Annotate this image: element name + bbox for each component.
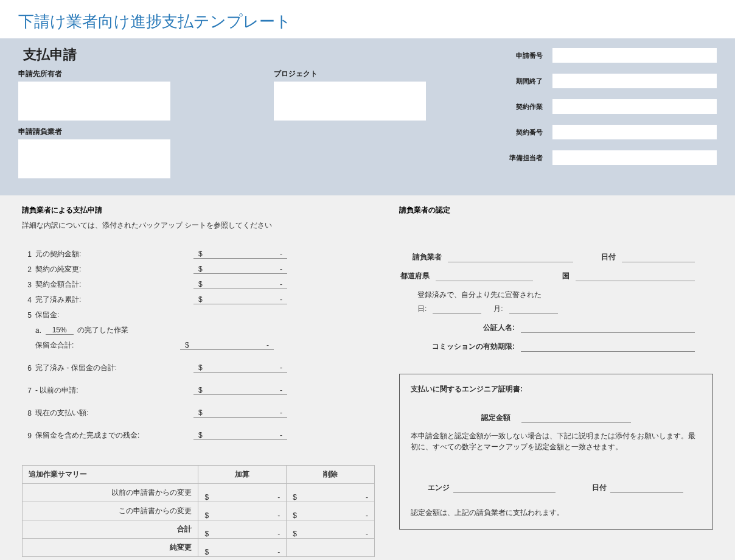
row1-label: 元の契約金額: (35, 249, 193, 259)
row6-value[interactable]: - (208, 363, 287, 373)
eng-text: 本申請金額と認定金額が一致しない場合は、下記に説明または添付をお願いします。最初… (411, 430, 702, 452)
summary-prev-del[interactable]: $- (287, 484, 375, 502)
prepared-by-label: 準備担当者 (498, 153, 552, 163)
left-section-title: 請負業者による支払申請 (22, 205, 375, 215)
row2-num: 2 (22, 265, 32, 274)
row9-label: 保留金を含めた完成までの残金: (35, 430, 193, 441)
eng-date-label: 日付 (580, 483, 610, 493)
country-label: 国 (551, 271, 576, 281)
row3-value[interactable]: - (208, 280, 287, 289)
commission-input[interactable] (521, 342, 695, 352)
row6-label: 完了済み - 保留金の合計: (35, 363, 193, 373)
summary-col-add: 加算 (198, 466, 287, 484)
retain-text: の完了した作業 (77, 325, 128, 335)
summary-row-this: この申請書からの変更 (23, 502, 198, 520)
eng-engineer-label: エンジ (411, 483, 453, 493)
cert-contractor-input[interactable] (448, 253, 573, 262)
row7-label: - 以前の申請: (35, 385, 193, 396)
summary-total-del: $- (287, 520, 375, 539)
period-end-label: 期間終了 (498, 77, 552, 86)
row7-num: 7 (22, 387, 32, 395)
row4-value[interactable]: - (208, 295, 287, 304)
summary-row-net: 純変更 (23, 539, 198, 557)
row9-value[interactable]: - (208, 431, 287, 440)
summary-total-add: $- (198, 520, 287, 539)
owner-label: 申請先所有者 (18, 69, 249, 79)
day-input[interactable] (433, 304, 481, 314)
eng-amount-label: 認定金額 (481, 413, 510, 423)
retain-total-label: 保留金合計: (35, 340, 180, 351)
cert-date-input[interactable] (622, 253, 695, 262)
summary-row-total: 合計 (23, 520, 198, 539)
row4-label: 完了済み累計: (35, 295, 193, 305)
summary-col-del: 削除 (287, 466, 375, 484)
retain-pct[interactable]: 15% (46, 326, 74, 335)
notary-label: 公証人名: (399, 323, 521, 333)
row9-num: 9 (22, 432, 32, 440)
owner-input[interactable] (18, 82, 170, 121)
engineer-box: 支払いに関するエンジニア証明書: 認定金額 本申請金額と認定金額が一致しない場合… (399, 374, 713, 530)
app-no-label: 申請番号 (498, 51, 552, 60)
project-label: プロジェクト (274, 69, 432, 79)
country-input[interactable] (576, 271, 695, 281)
row8-num: 8 (22, 409, 32, 418)
eng-engineer-input[interactable] (453, 483, 556, 493)
eng-footer: 認定金額は、上記の請負業者に支払われます。 (411, 508, 702, 518)
row1-num: 1 (22, 250, 32, 259)
summary-this-add[interactable]: $- (198, 502, 287, 520)
state-label: 都道府県 (399, 271, 436, 281)
summary-prev-add[interactable]: $- (198, 484, 287, 502)
registered-text: 登録済みで、自分より先に宣誓された (417, 290, 713, 300)
eng-amount-input[interactable] (521, 413, 631, 423)
contract-work-label: 契約作業 (498, 102, 552, 111)
retain-total-value[interactable]: - (195, 341, 274, 350)
contractor-input[interactable] (18, 139, 170, 178)
row8-value[interactable]: - (208, 408, 287, 418)
row1-dollar: $ (193, 250, 208, 259)
row7-value[interactable]: - (208, 386, 287, 395)
period-end-input[interactable] (552, 74, 717, 88)
summary-table: 追加作業サマリー 加算 削除 以前の申請書からの変更 $- $- この申請書から… (22, 465, 375, 557)
summary-title: 追加作業サマリー (23, 466, 198, 484)
month-input[interactable] (509, 304, 558, 314)
summary-this-del[interactable]: $- (287, 502, 375, 520)
app-no-input[interactable] (552, 48, 717, 63)
prepared-by-input[interactable] (552, 150, 717, 165)
left-column: 請負業者による支払申請 詳細な内訳については、添付されたバックアップ シートを参… (22, 205, 375, 557)
commission-label: コミッションの有効期限: (399, 341, 521, 352)
row2-value[interactable]: - (208, 265, 287, 274)
header-panel: 支払申請 申請先所有者 申請請負業者 プロジェクト 申請番号 期間終了 契約作業… (0, 38, 735, 195)
right-section-title: 請負業者の認定 (399, 205, 713, 215)
row1-value[interactable]: - (208, 250, 287, 259)
row5-num: 5 (22, 311, 32, 320)
state-input[interactable] (436, 271, 533, 281)
summary-net: $- (198, 539, 287, 557)
row4-num: 4 (22, 296, 32, 304)
row6-num: 6 (22, 364, 32, 373)
row8-label: 現在の支払い額: (35, 408, 193, 418)
eng-date-input[interactable] (610, 483, 683, 493)
contract-no-input[interactable] (552, 125, 717, 139)
row3-label: 契約金額合計: (35, 279, 193, 290)
right-column: 請負業者の認定 請負業者 日付 都道府県 国 登録済みで、自分より先に宣誓された… (399, 205, 713, 557)
cert-contractor-label: 請負業者 (399, 252, 448, 262)
day-label: 日: (417, 304, 427, 314)
month-label: 月: (493, 304, 503, 314)
eng-title: 支払いに関するエンジニア証明書: (411, 384, 702, 394)
contract-work-input[interactable] (552, 99, 717, 114)
left-subnote: 詳細な内訳については、添付されたバックアップ シートを参照してください (22, 220, 375, 231)
cert-date-label: 日付 (591, 252, 622, 262)
summary-row-prev: 以前の申請書からの変更 (23, 484, 198, 502)
retain-a: a. (35, 326, 41, 335)
contractor-label: 申請請負業者 (18, 127, 249, 137)
row5-label: 保留金: (35, 310, 193, 320)
row3-num: 3 (22, 281, 32, 289)
row2-label: 契約の純変更: (35, 264, 193, 275)
notary-input[interactable] (521, 323, 695, 333)
contract-no-label: 契約番号 (498, 128, 552, 137)
page-title: 下請け業者向け進捗支払テンプレート (0, 0, 735, 38)
project-input[interactable] (274, 82, 426, 121)
